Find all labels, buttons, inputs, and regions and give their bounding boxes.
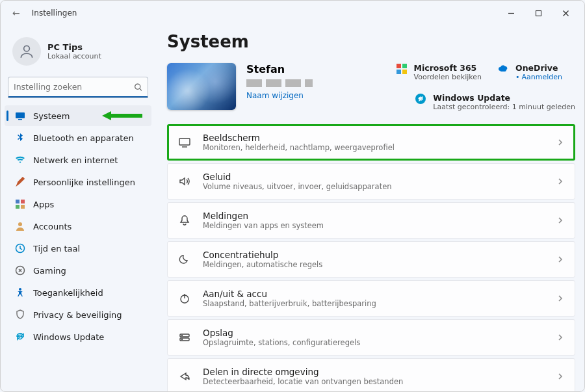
sound-icon [178, 175, 191, 188]
setting-sub: Volume niveaus, uitvoer, invoer, geluids… [203, 182, 545, 191]
tile-onedrive[interactable]: OneDrive•Aanmelden [497, 63, 575, 81]
svg-rect-7 [16, 112, 25, 118]
sidebar-item-systeem[interactable]: Systeem [5, 105, 151, 126]
setting-sub: Monitoren, helderheid, nachtlamp, weerga… [203, 143, 545, 152]
sidebar-item-apps[interactable]: Apps [5, 194, 151, 215]
chevron-right-icon [556, 176, 564, 188]
tile-sub: Laatst gecontroleerd: 1 minuut geleden [433, 103, 575, 111]
svg-rect-1 [536, 10, 541, 16]
power-icon [178, 292, 191, 305]
nav-label: Accounts [33, 222, 72, 231]
brush-icon [15, 177, 25, 187]
window-title: Instellingen [32, 8, 77, 18]
display-icon [178, 136, 191, 149]
setting-sub: Meldingen van apps en systeem [203, 221, 545, 230]
update-icon [15, 332, 25, 342]
setting-title: Beeldscherm [203, 133, 545, 143]
nav-label: Apps [33, 200, 54, 209]
person-icon [15, 221, 25, 231]
svg-rect-24 [179, 138, 190, 145]
pc-name: Stefan [246, 63, 313, 75]
sidebar-item-time-language[interactable]: Tijd en taal [5, 238, 151, 259]
annotation-arrow [102, 111, 142, 120]
sidebar-item-personalization[interactable]: Persoonlijke instellingen [5, 172, 151, 192]
chevron-right-icon [556, 371, 564, 383]
setting-sub: Detecteerbaarheid, locatie van ontvangen… [203, 377, 545, 386]
setting-item-aanuit-accu[interactable]: Aan/uit & accuSlaapstand, batterijverbru… [167, 280, 575, 317]
tile-title: Microsoft 365 [414, 63, 482, 73]
bluetooth-icon [15, 133, 25, 143]
svg-point-31 [182, 339, 183, 340]
m365-icon [396, 63, 408, 75]
close-button[interactable] [552, 4, 579, 22]
sidebar-item-accounts[interactable]: Accounts [5, 216, 151, 237]
tile-sub: Voordelen bekijken [414, 73, 482, 81]
nav-label: Tijd en taal [33, 244, 80, 254]
titlebar: ← Instellingen [1, 1, 584, 25]
onedrive-icon [497, 63, 509, 75]
apps-icon [15, 199, 25, 209]
sidebar-item-bluetooth[interactable]: Bluetooth en apparaten [5, 127, 151, 148]
bell-icon [178, 214, 191, 227]
sidebar: PC Tips Lokaal account Systeem Bluetooth… [1, 25, 155, 391]
setting-item-geluid[interactable]: GeluidVolume niveaus, uitvoer, invoer, g… [167, 163, 575, 200]
nav-label: Persoonlijke instellingen [33, 177, 135, 187]
accessibility-icon [15, 287, 25, 298]
search-icon [134, 81, 142, 94]
setting-title: Aan/uit & accu [203, 289, 545, 299]
svg-rect-19 [396, 64, 401, 68]
share-icon [178, 370, 191, 383]
nav-label: Privacy & beveiliging [33, 310, 122, 320]
svg-rect-14 [21, 205, 25, 209]
setting-sub: Meldingen, automatische regels [203, 260, 545, 269]
chevron-right-icon [556, 293, 564, 305]
wifi-icon [15, 155, 25, 165]
setting-item-beeldscherm[interactable]: BeeldschermMonitoren, helderheid, nachtl… [167, 124, 575, 161]
svg-rect-21 [396, 70, 401, 74]
svg-rect-13 [16, 205, 20, 209]
maximize-button[interactable] [525, 4, 552, 22]
nav-label: Bluetooth en apparaten [33, 133, 134, 143]
svg-point-18 [19, 288, 21, 291]
storage-icon [178, 331, 191, 344]
setting-sub: Slaapstand, batterijverbruik, batterijbe… [203, 299, 545, 308]
gaming-icon [15, 265, 25, 276]
minimize-button[interactable] [497, 4, 525, 22]
nav-label: Gaming [33, 266, 66, 276]
account-name: PC Tips [47, 42, 101, 52]
tile-windows-update[interactable]: Windows UpdateLaatst gecontroleerd: 1 mi… [415, 93, 575, 111]
page-title: Systeem [167, 32, 575, 51]
system-summary-panel: Stefan Naam wijzigen Microsoft 365Voorde… [167, 63, 575, 111]
nav-label: Windows Update [33, 332, 104, 342]
account-sub: Lokaal account [47, 52, 101, 60]
rename-link[interactable]: Naam wijzigen [246, 91, 313, 100]
setting-title: Concentratiehulp [203, 250, 545, 260]
cloud-column: Microsoft 365Voordelen bekijken OneDrive… [332, 63, 575, 111]
sidebar-item-network[interactable]: Netwerk en internet [5, 150, 151, 170]
setting-item-opslag[interactable]: OpslagOpslagruimte, stations, configurat… [167, 319, 575, 356]
sidebar-item-windows-update[interactable]: Windows Update [5, 326, 151, 347]
setting-item-concentratiehulp[interactable]: ConcentratiehulpMeldingen, automatische … [167, 241, 575, 278]
pc-block: Stefan Naam wijzigen [167, 63, 313, 111]
setting-item-meldingen[interactable]: MeldingenMeldingen van apps en systeem [167, 202, 575, 239]
chevron-right-icon [556, 137, 564, 149]
setting-item-delen[interactable]: Delen in directe omgevingDetecteerbaarhe… [167, 358, 575, 391]
setting-title: Delen in directe omgeving [203, 367, 545, 377]
back-button[interactable]: ← [10, 7, 23, 20]
shield-icon [15, 309, 25, 320]
nav-label: Netwerk en internet [33, 155, 118, 165]
search-input[interactable] [8, 77, 148, 98]
sidebar-item-gaming[interactable]: Gaming [5, 260, 151, 281]
svg-rect-22 [402, 70, 407, 74]
tile-microsoft365[interactable]: Microsoft 365Voordelen bekijken [396, 63, 482, 81]
svg-rect-8 [18, 119, 22, 120]
svg-point-30 [182, 335, 183, 336]
svg-rect-11 [16, 200, 20, 203]
sidebar-item-accessibility[interactable]: Toegankelijkheid [5, 282, 151, 303]
sidebar-item-privacy[interactable]: Privacy & beveiliging [5, 304, 151, 325]
setting-sub: Opslagruimte, stations, configuratierege… [203, 338, 545, 347]
account-block[interactable]: PC Tips Lokaal account [5, 31, 151, 76]
clock-icon [15, 243, 25, 254]
svg-point-4 [24, 46, 30, 51]
svg-rect-12 [21, 200, 25, 203]
